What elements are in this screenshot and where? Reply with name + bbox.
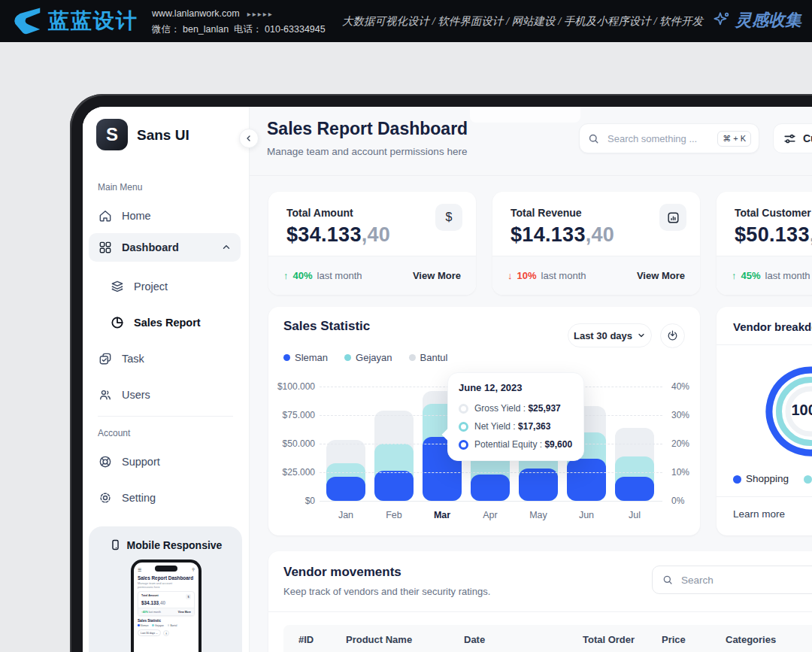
legend-item-bantul[interactable]: Bantul xyxy=(409,352,448,363)
stat-card-total-amount: Total Amount $34.133,40 $ ↑ 40% last mon… xyxy=(268,192,476,295)
sidebar-collapse-button[interactable] xyxy=(239,129,259,148)
column-header-price: Price xyxy=(662,634,686,645)
tooltip-row: Net Yield : $17,363 xyxy=(459,417,573,435)
sidebar: S Sans UI Main Menu HomeDashboardProject… xyxy=(83,107,250,652)
column-header-id: #ID xyxy=(298,634,314,645)
inspiration-collect-link[interactable]: 灵感收集 xyxy=(711,9,801,32)
mobile-card-title: Mobile Responsive xyxy=(89,538,242,551)
x-axis-label-jun: Jun xyxy=(567,510,606,520)
bar-apr-sleman[interactable] xyxy=(471,475,510,501)
legend-dot xyxy=(283,354,290,361)
donut-center-value: 100% xyxy=(780,402,812,419)
vendor-breakdown-card: Vendor breakdown 100% Shopping Learn mor… xyxy=(717,307,812,535)
sidebar-item-label: Dashboard xyxy=(122,241,179,253)
sales-report-icon xyxy=(110,315,125,330)
legend-dot-2 xyxy=(804,475,812,484)
x-axis-label-jan: Jan xyxy=(326,510,365,520)
support-icon xyxy=(98,454,113,469)
y-axis-tick-right: 0% xyxy=(671,496,684,506)
vendor-movements-card: Vendor movements Keep track of vendors a… xyxy=(268,551,812,652)
setting-icon xyxy=(98,490,113,505)
header-divider xyxy=(250,175,812,176)
column-header-categories: Categories xyxy=(726,634,776,645)
vendor-movements-title: Vendor movements xyxy=(283,565,401,580)
global-search[interactable]: ⌘ + K xyxy=(579,123,759,153)
column-header-date: Date xyxy=(464,634,485,645)
shortcut-badge: ⌘ + K xyxy=(717,131,751,147)
table-search-input[interactable] xyxy=(680,574,812,587)
download-button[interactable] xyxy=(660,323,685,348)
account-label: Account xyxy=(98,428,130,438)
bar-may-sleman[interactable] xyxy=(519,469,558,501)
chevron-up-icon xyxy=(221,242,232,253)
sidebar-item-home[interactable]: Home xyxy=(98,205,235,227)
bar-jul-sleman[interactable] xyxy=(615,477,654,501)
arrows-decoration: ▸▸▸▸▸ xyxy=(247,10,274,18)
dashboard-icon xyxy=(98,240,113,255)
lanlan-logo: 蓝蓝设计 xyxy=(9,5,138,38)
legend-item-gejayan[interactable]: Gejayan xyxy=(344,352,392,363)
sidebar-item-label: Task xyxy=(122,353,144,365)
view-more-link[interactable]: View More xyxy=(413,270,461,281)
vendor-breakdown-title: Vendor breakdown xyxy=(733,320,812,333)
sidebar-item-project[interactable]: Project xyxy=(110,275,235,298)
legend-item-sleman[interactable]: Sleman xyxy=(283,352,328,363)
sales-statistic-card: Sales Statistic SlemanGejayanBantul Last… xyxy=(268,307,700,535)
sidebar-item-setting[interactable]: Setting xyxy=(98,487,235,509)
sidebar-item-support[interactable]: Support xyxy=(98,450,235,473)
legend-label-shopping: Shopping xyxy=(746,473,789,484)
tooltip-series-ring xyxy=(459,404,468,414)
divider xyxy=(717,496,812,497)
trend-down-icon: ↓ xyxy=(508,270,513,281)
wechat-info: 微信： ben_lanlan xyxy=(152,24,229,35)
phone-mockup: ☰⚲ Sales Report Dashboard Manage team an… xyxy=(131,560,201,652)
site-banner: 蓝蓝设计 www.lanlanwork.com▸▸▸▸▸ 微信： ben_lan… xyxy=(0,0,812,42)
chart-title: Sales Statistic xyxy=(283,319,370,334)
dollar-icon: $ xyxy=(435,204,462,231)
dollar-icon: $ xyxy=(186,594,191,599)
screen-highlight xyxy=(470,107,580,123)
tooltip-row: Gross Yield : $25,937 xyxy=(459,399,573,417)
column-header-total-order: Total Order xyxy=(583,634,635,645)
hamburger-icon: ☰ xyxy=(138,567,141,572)
page-title: Sales Report Dashboard xyxy=(267,119,468,139)
x-axis-label-apr: Apr xyxy=(471,510,510,520)
bar-jun-sleman[interactable] xyxy=(567,459,606,501)
bar-chart-icon xyxy=(659,204,686,231)
y-axis-tick-left: $25.000 xyxy=(271,467,315,478)
tooltip-row: Potential Equity : $9,600 xyxy=(459,435,573,453)
y-axis-tick-left: $0 xyxy=(271,496,315,506)
chart-legend: SlemanGejayanBantul xyxy=(283,352,447,363)
view-more-link[interactable]: View More xyxy=(637,270,685,281)
phone-icon xyxy=(109,538,122,551)
project-icon xyxy=(110,279,125,294)
y-axis-tick-right: 30% xyxy=(671,410,689,420)
bar-jan-sleman[interactable] xyxy=(326,477,365,501)
sidebar-item-users[interactable]: Users xyxy=(98,384,235,406)
x-axis-label-feb: Feb xyxy=(374,510,414,520)
sidebar-item-sales-report[interactable]: Sales Report xyxy=(110,311,235,334)
table-search[interactable] xyxy=(652,566,812,594)
customize-button[interactable]: Customize xyxy=(773,123,812,153)
search-input[interactable] xyxy=(606,132,711,145)
learn-more-link[interactable]: Learn more xyxy=(733,508,785,520)
y-axis-tick-right: 20% xyxy=(671,438,689,449)
app-screen: S Sans UI Main Menu HomeDashboardProject… xyxy=(83,107,812,652)
tooltip-series-ring xyxy=(459,422,468,432)
trend-up-icon: ↑ xyxy=(283,270,289,281)
website-link[interactable]: www.lanlanwork.com xyxy=(152,8,240,19)
gridline xyxy=(320,472,662,473)
sidebar-item-label: Home xyxy=(122,210,151,222)
sidebar-item-task[interactable]: Task xyxy=(98,347,235,370)
mobile-responsive-card: Mobile Responsive ☰⚲ Sales Report Dashbo… xyxy=(89,526,242,652)
vendor-movements-subtitle: Keep track of vendors and their security… xyxy=(283,586,490,597)
period-selector[interactable]: Last 30 days xyxy=(568,323,652,347)
sidebar-item-dashboard[interactable]: Dashboard xyxy=(89,233,241,262)
chevron-down-icon xyxy=(637,331,646,340)
y-axis-tick-left: $50.000 xyxy=(271,438,315,449)
device-frame: S Sans UI Main Menu HomeDashboardProject… xyxy=(70,94,812,652)
legend-dot xyxy=(344,354,351,361)
bar-feb-sleman[interactable] xyxy=(374,471,414,501)
sidebar-item-label: Sales Report xyxy=(134,317,201,329)
sliders-icon xyxy=(783,132,797,146)
